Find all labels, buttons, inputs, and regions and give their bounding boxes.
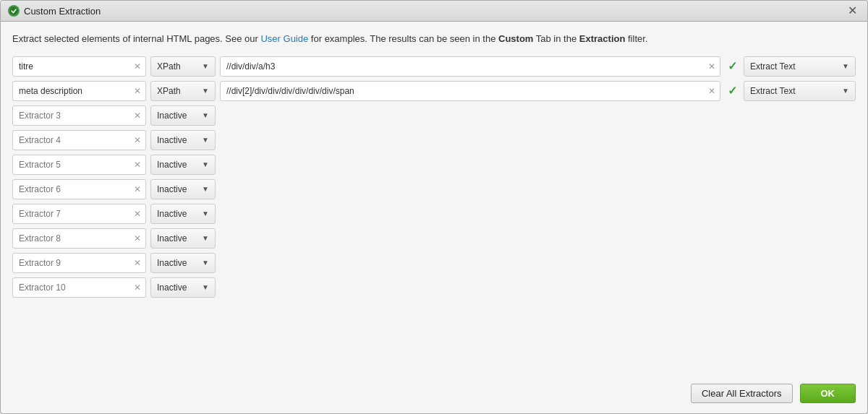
type-label: XPath xyxy=(157,86,181,96)
extractor-name-field[interactable]: ✕ xyxy=(12,81,146,101)
action-dropdown[interactable]: Extract Text ▼ xyxy=(744,56,856,77)
xpath-input[interactable] xyxy=(226,86,714,96)
inactive-label: Inactive xyxy=(157,283,187,293)
desc-text-after: for examples. The results can be seen in… xyxy=(311,33,648,44)
inactive-dropdown[interactable]: Inactive ▼ xyxy=(150,253,216,273)
dialog-body: Extract selected elements of internal HT… xyxy=(1,22,867,376)
type-dropdown-arrow: ▼ xyxy=(202,87,209,95)
extractor-row: ✕ Inactive ▼ xyxy=(12,204,856,224)
extractor-name-field[interactable]: ✕ xyxy=(12,56,146,77)
inactive-dropdown-arrow: ▼ xyxy=(202,234,209,242)
extractor-name-input[interactable] xyxy=(19,111,140,121)
clear-name-icon[interactable]: ✕ xyxy=(134,87,141,95)
inactive-label: Inactive xyxy=(157,233,187,243)
inactive-label: Inactive xyxy=(157,111,187,121)
clear-name-icon[interactable]: ✕ xyxy=(134,111,141,120)
inactive-dropdown-arrow: ▼ xyxy=(202,210,209,217)
extractor-name-field[interactable]: ✕ xyxy=(12,179,146,199)
valid-checkmark: ✓ xyxy=(725,59,739,73)
extractor-name-field[interactable]: ✕ xyxy=(12,105,146,126)
inactive-label: Inactive xyxy=(157,258,187,268)
extractor-name-field[interactable]: ✕ xyxy=(12,204,146,224)
extractor-row: ✕ Inactive ▼ xyxy=(12,228,856,249)
inactive-dropdown[interactable]: Inactive ▼ xyxy=(150,277,216,298)
custom-extraction-dialog: Custom Extraction ✕ Extract selected ele… xyxy=(0,0,868,414)
ok-button[interactable]: OK xyxy=(800,384,856,403)
extractor-row: ✕ Inactive ▼ xyxy=(12,155,856,175)
clear-name-icon[interactable]: ✕ xyxy=(134,210,141,218)
valid-checkmark: ✓ xyxy=(725,84,739,98)
action-dropdown-arrow: ▼ xyxy=(842,62,849,70)
extractor-row: ✕ Inactive ▼ xyxy=(12,105,856,126)
clear-name-icon[interactable]: ✕ xyxy=(134,234,141,243)
clear-name-icon[interactable]: ✕ xyxy=(134,136,141,145)
clear-name-icon[interactable]: ✕ xyxy=(134,185,141,194)
dialog-footer: Clear All Extractors OK xyxy=(1,376,867,413)
type-dropdown[interactable]: XPath ▼ xyxy=(150,81,216,101)
extractor-row: ✕ XPath ▼ ✕ ✓ Extract Text ▼ xyxy=(12,81,856,101)
user-guide-link[interactable]: User Guide xyxy=(260,33,308,44)
extractor-name-input[interactable] xyxy=(19,209,140,219)
close-button[interactable]: ✕ xyxy=(845,5,860,17)
extractor-name-input[interactable] xyxy=(19,184,140,194)
dialog-title: Custom Extraction xyxy=(24,6,101,17)
inactive-dropdown[interactable]: Inactive ▼ xyxy=(150,155,216,175)
clear-name-icon[interactable]: ✕ xyxy=(134,62,141,71)
inactive-dropdown-arrow: ▼ xyxy=(202,259,209,267)
clear-all-button[interactable]: Clear All Extractors xyxy=(691,384,793,403)
inactive-label: Inactive xyxy=(157,184,187,194)
extractor-name-input[interactable] xyxy=(19,258,140,268)
action-label: Extract Text xyxy=(750,61,795,72)
inactive-label: Inactive xyxy=(157,209,187,219)
title-bar: Custom Extraction ✕ xyxy=(1,1,867,22)
xpath-input[interactable] xyxy=(226,61,714,72)
inactive-dropdown-arrow: ▼ xyxy=(202,111,209,119)
clear-name-icon[interactable]: ✕ xyxy=(134,259,141,267)
inactive-dropdown[interactable]: Inactive ▼ xyxy=(150,179,216,199)
extractor-name-field[interactable]: ✕ xyxy=(12,277,146,298)
extractor-row: ✕ Inactive ▼ xyxy=(12,179,856,199)
extractor-name-field[interactable]: ✕ xyxy=(12,228,146,249)
xpath-field[interactable]: ✕ xyxy=(220,81,720,101)
extractor-name-input[interactable] xyxy=(19,283,140,293)
inactive-dropdown[interactable]: Inactive ▼ xyxy=(150,105,216,126)
inactive-dropdown[interactable]: Inactive ▼ xyxy=(150,228,216,249)
extractor-row: ✕ Inactive ▼ xyxy=(12,277,856,298)
type-dropdown-arrow: ▼ xyxy=(202,62,209,70)
extractors-container: ✕ XPath ▼ ✕ ✓ Extract Text ▼ ✕ XPath xyxy=(12,56,856,302)
extractor-name-input[interactable] xyxy=(19,233,140,243)
type-dropdown[interactable]: XPath ▼ xyxy=(150,56,216,77)
description-text: Extract selected elements of internal HT… xyxy=(12,32,856,46)
extractor-name-input[interactable] xyxy=(19,86,140,96)
desc-text-before: Extract selected elements of internal HT… xyxy=(12,33,260,44)
action-dropdown[interactable]: Extract Text ▼ xyxy=(744,81,856,101)
inactive-dropdown-arrow: ▼ xyxy=(202,185,209,193)
action-dropdown-arrow: ▼ xyxy=(842,87,849,95)
clear-xpath-icon[interactable]: ✕ xyxy=(708,62,715,71)
extractor-name-field[interactable]: ✕ xyxy=(12,253,146,273)
inactive-dropdown[interactable]: Inactive ▼ xyxy=(150,130,216,150)
extractor-row: ✕ Inactive ▼ xyxy=(12,130,856,150)
clear-xpath-icon[interactable]: ✕ xyxy=(708,87,715,95)
action-label: Extract Text xyxy=(750,86,795,96)
inactive-dropdown-arrow: ▼ xyxy=(202,160,209,168)
app-icon xyxy=(8,5,20,17)
inactive-dropdown-arrow: ▼ xyxy=(202,136,209,144)
extractor-name-field[interactable]: ✕ xyxy=(12,155,146,175)
clear-name-icon[interactable]: ✕ xyxy=(134,160,141,169)
inactive-label: Inactive xyxy=(157,135,187,145)
xpath-field[interactable]: ✕ xyxy=(220,56,720,77)
type-label: XPath xyxy=(157,61,181,72)
inactive-label: Inactive xyxy=(157,160,187,170)
extractor-name-input[interactable] xyxy=(19,61,140,72)
clear-name-icon[interactable]: ✕ xyxy=(134,283,141,292)
inactive-dropdown-arrow: ▼ xyxy=(202,283,209,291)
inactive-dropdown[interactable]: Inactive ▼ xyxy=(150,204,216,224)
extractor-name-input[interactable] xyxy=(19,160,140,170)
extractor-row: ✕ Inactive ▼ xyxy=(12,253,856,273)
extractor-name-input[interactable] xyxy=(19,135,140,145)
extractor-name-field[interactable]: ✕ xyxy=(12,130,146,150)
svg-point-0 xyxy=(9,7,18,15)
extractor-row: ✕ XPath ▼ ✕ ✓ Extract Text ▼ xyxy=(12,56,856,77)
